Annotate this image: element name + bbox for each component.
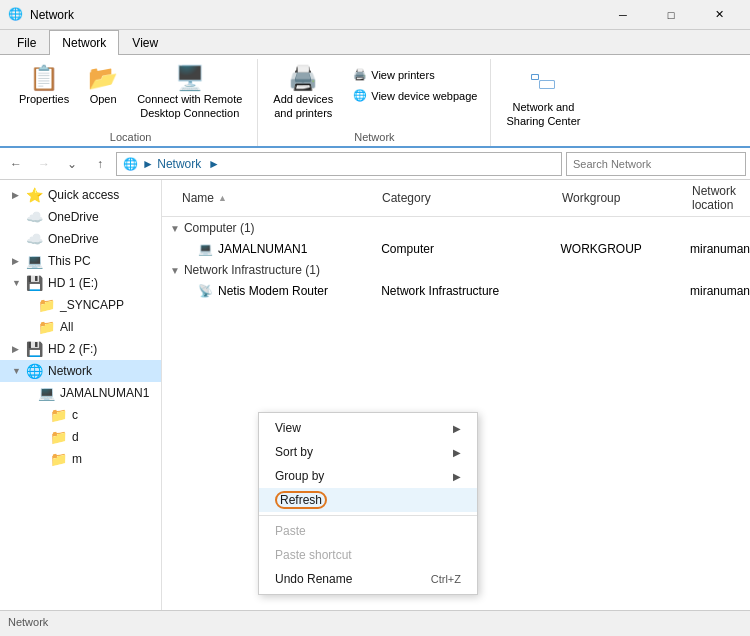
netis-name: Netis Modem Router bbox=[218, 284, 328, 298]
col-category-header[interactable]: Category bbox=[382, 191, 562, 205]
ctx-paste-label: Paste bbox=[275, 524, 306, 538]
ctx-refresh[interactable]: Refresh bbox=[259, 488, 477, 512]
address-bar: ← → ⌄ ↑ 🌐 ► Network ► bbox=[0, 148, 750, 180]
hd2-icon: 💾 bbox=[26, 341, 43, 357]
expand-icon: ▼ bbox=[12, 278, 22, 288]
minimize-button[interactable]: ─ bbox=[600, 0, 646, 30]
network-icon: 🌐 bbox=[26, 363, 43, 379]
sidebar-label-onedrive1: OneDrive bbox=[48, 210, 99, 224]
col-name-header[interactable]: Name ▲ bbox=[162, 191, 382, 205]
view-printers-icon: 🖨️ bbox=[353, 68, 367, 81]
group-computer-label: Computer (1) bbox=[184, 221, 255, 235]
sidebar-label-m: m bbox=[72, 452, 82, 466]
tab-view[interactable]: View bbox=[119, 30, 171, 55]
view-printers-label: View printers bbox=[371, 69, 434, 81]
svg-rect-4 bbox=[540, 81, 554, 88]
group-netinfra-label: Network Infrastructure (1) bbox=[184, 263, 320, 277]
quick-access-icon: ⭐ bbox=[26, 187, 43, 203]
svg-rect-3 bbox=[532, 75, 538, 79]
group-computer[interactable]: ▼ Computer (1) bbox=[162, 217, 750, 239]
forward-button[interactable]: → bbox=[32, 152, 56, 176]
col-location-label: Network location bbox=[692, 184, 736, 212]
sidebar-label-jamalnuman1: JAMALNUMAN1 bbox=[60, 386, 149, 400]
open-icon: 📂 bbox=[88, 66, 118, 90]
ctx-paste-shortcut[interactable]: Paste shortcut bbox=[259, 543, 477, 567]
sidebar-label-d: d bbox=[72, 430, 79, 444]
sidebar-label-hd2: HD 2 (F:) bbox=[48, 342, 97, 356]
sidebar-item-m[interactable]: 📁 m bbox=[0, 448, 161, 470]
expand-icon: ▶ bbox=[12, 256, 22, 266]
connect-remote-button[interactable]: 🖥️ Connect with Remote Desktop Connectio… bbox=[130, 61, 249, 129]
sidebar-item-d[interactable]: 📁 d bbox=[0, 426, 161, 448]
ribbon-group-network: 🖨️ Add devices and printers 🖨️ View prin… bbox=[258, 59, 491, 146]
syncapp-icon: 📁 bbox=[38, 297, 55, 313]
sidebar-label-network: Network bbox=[48, 364, 92, 378]
context-menu: View ▶ Sort by ▶ Group by ▶ Refresh Past… bbox=[258, 412, 478, 595]
path-text: ► Network ► bbox=[142, 157, 220, 171]
m-icon: 📁 bbox=[50, 451, 67, 467]
ctx-refresh-label: Refresh bbox=[275, 493, 327, 507]
address-path[interactable]: 🌐 ► Network ► bbox=[116, 152, 562, 176]
ctx-view-arrow: ▶ bbox=[453, 423, 461, 434]
sharing-group-label bbox=[499, 141, 587, 146]
c-icon: 📁 bbox=[50, 407, 67, 423]
group-expand-icon2: ▼ bbox=[170, 265, 180, 276]
ctx-view[interactable]: View ▶ bbox=[259, 416, 477, 440]
ctx-group-by[interactable]: Group by ▶ bbox=[259, 464, 477, 488]
sidebar-label-quick-access: Quick access bbox=[48, 188, 119, 202]
sidebar-item-onedrive2[interactable]: ☁️ OneDrive bbox=[0, 228, 161, 250]
jamalnuman1-name-col: 💻 JAMALNUMAN1 bbox=[162, 242, 381, 256]
back-button[interactable]: ← bbox=[4, 152, 28, 176]
ribbon: 📋 Properties 📂 Open 🖥️ Connect with Remo… bbox=[0, 55, 750, 148]
jamalnuman1-category: Computer bbox=[381, 242, 560, 256]
ctx-undo-rename[interactable]: Undo Rename Ctrl+Z bbox=[259, 567, 477, 591]
sidebar-item-syncapp[interactable]: 📁 _SYNCAPP bbox=[0, 294, 161, 316]
open-button[interactable]: 📂 Open bbox=[78, 61, 128, 129]
onedrive1-icon: ☁️ bbox=[26, 209, 43, 225]
sidebar-item-hd1[interactable]: ▼ 💾 HD 1 (E:) bbox=[0, 272, 161, 294]
tab-file[interactable]: File bbox=[4, 30, 49, 55]
sidebar-item-all[interactable]: 📁 All bbox=[0, 316, 161, 338]
this-pc-icon: 💻 bbox=[26, 253, 43, 269]
network-sharing-button[interactable]: Network and Sharing Center bbox=[499, 61, 587, 129]
file-row-jamalnuman1[interactable]: 💻 JAMALNUMAN1 Computer WORKGROUP miranum… bbox=[162, 239, 750, 259]
all-icon: 📁 bbox=[38, 319, 55, 335]
expand-icon: ▶ bbox=[12, 190, 22, 200]
sidebar-item-jamalnuman1[interactable]: 💻 JAMALNUMAN1 bbox=[0, 382, 161, 404]
sidebar-item-quick-access[interactable]: ▶ ⭐ Quick access bbox=[0, 184, 161, 206]
ctx-view-label: View bbox=[275, 421, 301, 435]
sidebar-item-hd2[interactable]: ▶ 💾 HD 2 (F:) bbox=[0, 338, 161, 360]
jamalnuman1-location: miranuman bbox=[690, 242, 750, 256]
sidebar-item-network[interactable]: ▼ 🌐 Network bbox=[0, 360, 161, 382]
location-group-label: Location bbox=[12, 129, 249, 146]
properties-icon: 📋 bbox=[29, 66, 59, 90]
file-row-netis-router[interactable]: 📡 Netis Modem Router Network Infrastruct… bbox=[162, 281, 750, 301]
ctx-paste[interactable]: Paste bbox=[259, 519, 477, 543]
netis-location: miranuman bbox=[690, 284, 750, 298]
maximize-button[interactable]: □ bbox=[648, 0, 694, 30]
close-button[interactable]: ✕ bbox=[696, 0, 742, 30]
ctx-sort-arrow: ▶ bbox=[453, 447, 461, 458]
view-printers-button[interactable]: 🖨️ View printers bbox=[348, 65, 482, 84]
add-devices-button[interactable]: 🖨️ Add devices and printers bbox=[266, 61, 340, 129]
ctx-sort-by[interactable]: Sort by ▶ bbox=[259, 440, 477, 464]
recent-button[interactable]: ⌄ bbox=[60, 152, 84, 176]
location-buttons: 📋 Properties 📂 Open 🖥️ Connect with Remo… bbox=[12, 61, 249, 129]
search-input[interactable] bbox=[566, 152, 746, 176]
sidebar-item-onedrive1[interactable]: ☁️ OneDrive bbox=[0, 206, 161, 228]
up-button[interactable]: ↑ bbox=[88, 152, 112, 176]
network-buttons: 🖨️ Add devices and printers 🖨️ View prin… bbox=[266, 61, 482, 129]
sharing-buttons: Network and Sharing Center bbox=[499, 61, 587, 141]
col-workgroup-header[interactable]: Workgroup bbox=[562, 191, 692, 205]
sidebar-item-c[interactable]: 📁 c bbox=[0, 404, 161, 426]
group-netinfra[interactable]: ▼ Network Infrastructure (1) bbox=[162, 259, 750, 281]
tab-network[interactable]: Network bbox=[49, 30, 119, 55]
col-location-header[interactable]: Network location bbox=[692, 184, 750, 212]
add-devices-label: Add devices and printers bbox=[273, 92, 333, 121]
network-sharing-label: Network and Sharing Center bbox=[506, 100, 580, 129]
sidebar-item-this-pc[interactable]: ▶ 💻 This PC bbox=[0, 250, 161, 272]
properties-button[interactable]: 📋 Properties bbox=[12, 61, 76, 129]
view-device-button[interactable]: 🌐 View device webpage bbox=[348, 86, 482, 105]
connect-remote-icon: 🖥️ bbox=[175, 66, 205, 90]
jamalnuman1-name: JAMALNUMAN1 bbox=[218, 242, 307, 256]
